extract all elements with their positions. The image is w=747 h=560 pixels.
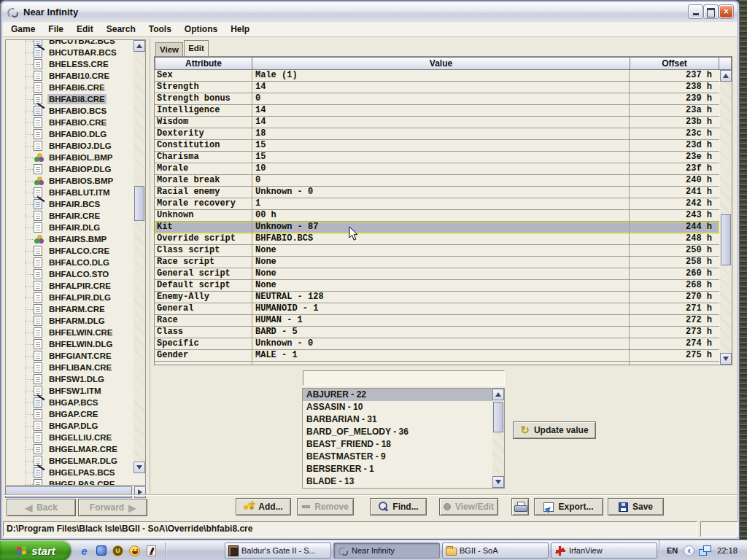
language-indicator[interactable]: EN: [667, 546, 678, 555]
tree-item[interactable]: BHFABIOJ.DLG: [6, 140, 133, 152]
tree-scroll-up-icon[interactable]: [133, 40, 145, 52]
forward-button[interactable]: Forward ▶: [78, 499, 147, 516]
export-button[interactable]: Export...: [534, 498, 603, 516]
taskbar-task-button[interactable]: Baldur's Gate II - S...: [225, 542, 331, 559]
menu-item[interactable]: Options: [178, 23, 224, 36]
table-row[interactable]: Strength bonus 0 239 h: [155, 93, 719, 105]
table-row[interactable]: Race HUMAN - 1 272 h: [155, 315, 719, 327]
list-scrollbar-thumb[interactable]: [493, 402, 503, 432]
table-row[interactable]: Constitution 15 23d h: [155, 140, 719, 152]
messenger-icon[interactable]: [94, 543, 108, 558]
close-button[interactable]: ×: [719, 5, 733, 18]
table-row[interactable]: Specific Unknown - 0 274 h: [155, 338, 719, 350]
tree-item[interactable]: BHGELPAS.BCS: [6, 467, 133, 478]
table-row[interactable]: Morale recovery 1 242 h: [155, 198, 719, 210]
tree-item[interactable]: BHFABIOL.BMP: [6, 152, 133, 163]
table-row[interactable]: Unknown 00 h 243 h: [155, 210, 719, 222]
tree-item[interactable]: BHFABI6.CRE: [6, 82, 133, 93]
update-value-button[interactable]: ↻ Update value: [513, 421, 596, 439]
save-button[interactable]: Save: [608, 498, 664, 516]
column-header-offset[interactable]: Offset: [630, 57, 719, 70]
taskbar-task-button[interactable]: BGII - SoA: [442, 542, 549, 559]
back-button[interactable]: ◀ Back: [7, 499, 76, 516]
tree-item[interactable]: BHFALPIR.CRE: [6, 280, 133, 292]
tree-item[interactable]: BHCUTBAR.BCS: [6, 47, 133, 58]
kit-list-item[interactable]: BERSERKER - 1: [303, 463, 492, 475]
kit-list-item[interactable]: BLADE - 13: [303, 475, 492, 488]
table-row[interactable]: Class BARD - 5 273 h: [155, 327, 719, 338]
table-row[interactable]: Default script None 268 h: [155, 280, 719, 292]
tree-item[interactable]: BHGELMAR.DLG: [6, 455, 133, 467]
tree-scroll-down-icon[interactable]: [133, 462, 145, 473]
table-row[interactable]: Strength 14 238 h: [155, 82, 719, 93]
table-row[interactable]: Kit Unknown - 87 244 h: [155, 222, 719, 233]
kit-list-item[interactable]: BARD_OF_MELODY - 36: [303, 426, 492, 438]
menu-item[interactable]: Edit: [70, 23, 100, 36]
table-row[interactable]: Class script None 250 h: [155, 245, 719, 257]
tree-scroll-right-icon[interactable]: [134, 486, 146, 498]
tree-item[interactable]: BHFSW1.ITM: [6, 385, 133, 397]
tree-item[interactable]: BHCUTBA2.BCS: [6, 40, 133, 47]
table-scrollbar-thumb[interactable]: [721, 214, 731, 265]
tree-item[interactable]: BHFABIO.BCS: [6, 105, 133, 117]
tree-item[interactable]: BHFAIRS.BMP: [6, 233, 133, 245]
tree-item[interactable]: BHFABIO.DLG: [6, 128, 133, 140]
tree-hscrollbar-thumb[interactable]: [5, 486, 132, 498]
network-tray-icon[interactable]: [699, 545, 712, 556]
menu-item[interactable]: Tools: [142, 23, 178, 36]
table-row[interactable]: General script None 260 h: [155, 268, 719, 280]
tree-item[interactable]: BHFABI8.CRE: [6, 93, 133, 105]
tree-item[interactable]: BHGAP.CRE: [6, 408, 133, 420]
table-row[interactable]: Wisdom 14 23b h: [155, 117, 719, 128]
tree-item[interactable]: BHGELMAR.CRE: [6, 443, 133, 455]
tree-item[interactable]: BHFABIO.CRE: [6, 117, 133, 128]
table-scroll-up-icon[interactable]: [720, 70, 732, 82]
tree-item[interactable]: BHFALPIR.DLG: [6, 292, 133, 303]
table-row[interactable]: Override script BHFABIO.BCS 248 h: [155, 233, 719, 245]
tree-item[interactable]: BHFARM.DLG: [6, 315, 133, 327]
add-button[interactable]: Add...: [236, 498, 291, 516]
tree-scrollbar-thumb[interactable]: [134, 186, 144, 221]
table-scroll-down-icon[interactable]: [720, 353, 732, 365]
table-row[interactable]: Dexterity 18 23c h: [155, 128, 719, 140]
tree-item[interactable]: BHFABIOP.DLG: [6, 163, 133, 175]
tree-item[interactable]: BHFALCO.DLG: [6, 257, 133, 268]
tree-item[interactable]: BHFABIOS.BMP: [6, 175, 133, 187]
table-row[interactable]: Race script None 258 h: [155, 257, 719, 268]
tree-item[interactable]: BHFGIANT.CRE: [6, 350, 133, 362]
tree-item[interactable]: BHGAP.DLG: [6, 420, 133, 432]
tab-edit[interactable]: Edit: [184, 40, 209, 56]
tree-item[interactable]: BHFAIR.CRE: [6, 210, 133, 222]
find-button[interactable]: Find...: [370, 498, 427, 516]
tree-item[interactable]: BHFELWIN.CRE: [6, 327, 133, 338]
table-row[interactable]: Morale break 0 240 h: [155, 175, 719, 187]
maximize-button[interactable]: [704, 5, 718, 18]
table-row[interactable]: [155, 362, 719, 365]
coin-icon[interactable]: U: [111, 543, 125, 558]
kit-value-input[interactable]: [303, 370, 505, 386]
table-row[interactable]: Racial enemy Unknown - 0 241 h: [155, 187, 719, 198]
runner-icon[interactable]: [144, 543, 158, 558]
minimize-button[interactable]: [689, 5, 703, 18]
kit-list-item[interactable]: ABJURER - 22: [303, 389, 492, 401]
tree-item[interactable]: BHFLIBAN.CRE: [6, 362, 133, 373]
list-scroll-down-icon[interactable]: [492, 476, 504, 488]
taskbar-task-button[interactable]: IrfanView: [551, 542, 657, 559]
tree-item[interactable]: BHGELPAS.CRE: [6, 478, 133, 485]
tree-item[interactable]: BHGAP.BCS: [6, 397, 133, 408]
tree-item[interactable]: BHFSW1.DLG: [6, 373, 133, 385]
tree-scrollbar-track[interactable]: [133, 52, 145, 462]
menu-item[interactable]: File: [42, 23, 70, 36]
kit-list-item[interactable]: BEASTMASTER - 9: [303, 451, 492, 463]
table-row[interactable]: Enemy-Ally NEUTRAL - 128 270 h: [155, 292, 719, 303]
tree-item[interactable]: BHFALCO.STO: [6, 268, 133, 280]
table-row[interactable]: Intelligence 14 23a h: [155, 105, 719, 117]
column-header-attribute[interactable]: Attribute: [155, 57, 252, 70]
tree-item[interactable]: BHFAIR.DLG: [6, 222, 133, 233]
smiley-icon[interactable]: [128, 543, 142, 558]
tab-view[interactable]: View: [155, 42, 183, 56]
tree-item[interactable]: BHFAIR.BCS: [6, 198, 133, 210]
tree-item[interactable]: BHELESS.CRE: [6, 58, 133, 70]
kit-list-item[interactable]: BEAST_FRIEND - 18: [303, 438, 492, 451]
kit-list-item[interactable]: ASSASIN - 10: [303, 401, 492, 413]
